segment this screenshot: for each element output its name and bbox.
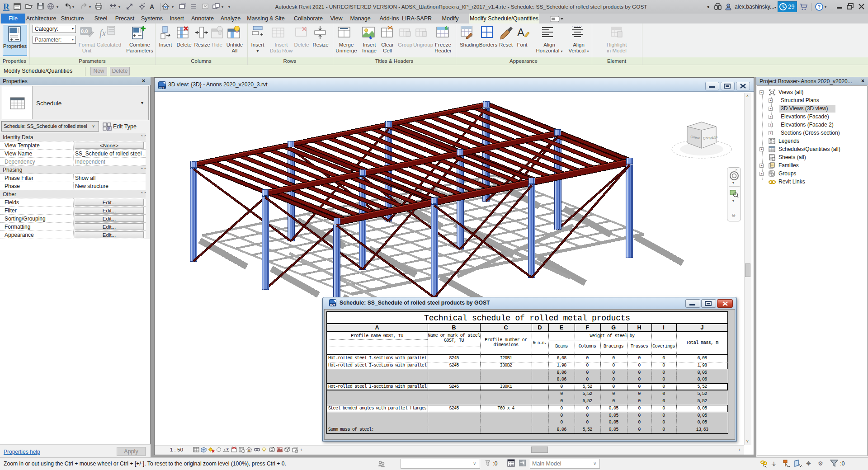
svg-text:RVT: RVT bbox=[159, 86, 165, 89]
svg-text:?: ? bbox=[818, 4, 821, 9]
svg-text:R: R bbox=[3, 2, 9, 11]
svg-text:A: A bbox=[517, 26, 524, 38]
svg-text:0.0: 0.0 bbox=[81, 28, 88, 34]
svg-text:RVT: RVT bbox=[330, 304, 335, 306]
svg-text:fx: fx bbox=[99, 28, 106, 38]
